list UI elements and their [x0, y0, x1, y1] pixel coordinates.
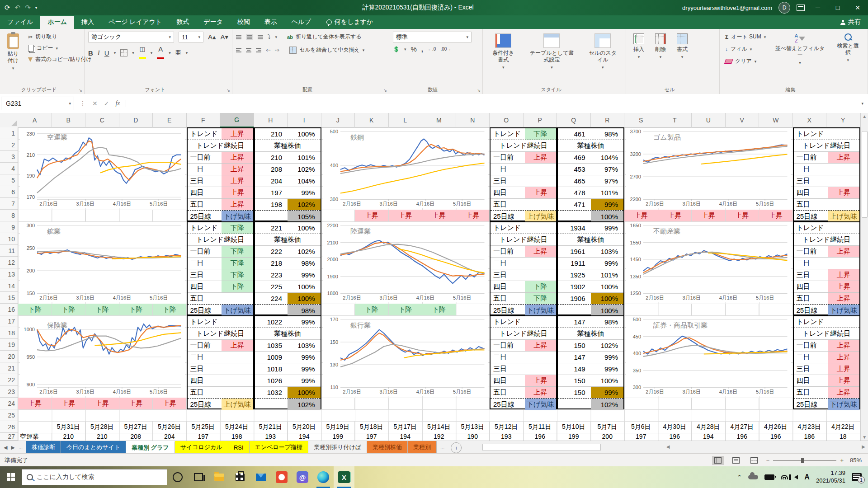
bottom-row-cell[interactable]: 194 [389, 433, 423, 441]
day-trend-value[interactable] [222, 387, 253, 398]
day-pct[interactable]: 100% [591, 281, 624, 292]
trend-strip-cell[interactable] [153, 210, 187, 221]
trend-strip-cell[interactable] [456, 304, 490, 315]
day-trend-value[interactable]: 上昇 [828, 152, 859, 163]
bottom-row-cell[interactable]: 204 [153, 433, 187, 441]
price-total[interactable]: 147 [558, 316, 591, 328]
borders-icon[interactable] [120, 49, 127, 56]
day-pct[interactable]: 103% [591, 246, 624, 257]
trend-table-銀行業[interactable]: トレンドトレンド継続日一日前上昇二日三日四日上昇五日上昇25日線下げ気味 [490, 315, 557, 409]
price-table-保険業[interactable]: 102299%業種株価1035103%100999%101899%102699%… [254, 315, 321, 409]
ribbon-tab-ページ レイアウト[interactable]: ページ レイアウト [101, 16, 169, 29]
column-header-D[interactable]: D [119, 113, 153, 127]
date-cell[interactable]: 5月17日 [389, 421, 423, 433]
date-cell[interactable]: 5月24日 [220, 421, 254, 433]
decrease-decimal-icon[interactable]: .00→ [440, 47, 451, 52]
day-trend-value[interactable]: 下降 [222, 269, 253, 281]
trend-label[interactable]: トレンド [794, 222, 828, 234]
price-total[interactable]: 1022 [255, 316, 288, 328]
day-pct[interactable]: 101% [591, 187, 624, 198]
close-button[interactable]: ✕ [851, 4, 864, 11]
trend-strip-cell[interactable]: 下降 [85, 304, 119, 315]
ribbon-display-options-icon[interactable] [797, 5, 805, 11]
action-center-icon[interactable]: 1 [852, 473, 862, 481]
trend-days-header[interactable]: トレンド継続日 [188, 234, 253, 245]
price-table-鉱業[interactable]: 221100%業種株価222102%21898%22399%225100%224… [254, 221, 321, 315]
chart-空運業[interactable]: 2302101901702月16日3月16日4月16日5月16日空運業 [20, 128, 185, 208]
font-dialog-launcher[interactable]: ↘ [226, 88, 230, 93]
zoom-out-icon[interactable]: − [766, 457, 770, 464]
day-trend-value[interactable]: 上昇 [525, 387, 557, 398]
day-pct[interactable]: 100% [591, 375, 624, 386]
trend-strip-cell[interactable]: 上昇 [18, 398, 52, 409]
new-sheet-button[interactable]: + [451, 442, 462, 453]
price-header[interactable]: 業種株価 [558, 234, 623, 245]
ma-label[interactable]: 25日線 [188, 305, 222, 316]
number-dialog-launcher[interactable]: ↘ [477, 88, 481, 93]
ma-label[interactable]: 25日線 [188, 211, 222, 222]
trend-strip-cell[interactable] [692, 304, 726, 315]
day-trend-value[interactable] [525, 363, 557, 375]
trend-strip-cell[interactable]: 上昇 [119, 398, 153, 409]
row-header-22[interactable]: 22 [0, 374, 18, 386]
ribbon-tab-ヘルプ[interactable]: ヘルプ [284, 16, 318, 29]
day-price[interactable]: 453 [558, 164, 591, 175]
day-label[interactable]: 二日 [794, 258, 828, 269]
column-header-U[interactable]: U [692, 113, 726, 127]
font-size-select[interactable]: 11▾ [179, 32, 203, 42]
day-pct[interactable]: 99% [591, 363, 624, 375]
day-trend-value[interactable]: 上昇 [222, 340, 253, 351]
speaker-icon[interactable] [794, 475, 798, 479]
day-price[interactable]: 1906 [558, 293, 591, 304]
day-label[interactable]: 五日 [794, 199, 828, 210]
day-trend-value[interactable]: 上昇 [222, 199, 253, 210]
day-price[interactable]: 223 [255, 269, 288, 281]
people-app-icon[interactable] [271, 466, 292, 488]
day-label[interactable]: 三日 [794, 269, 828, 281]
column-header-T[interactable]: T [658, 113, 692, 127]
file-explorer-icon[interactable] [209, 466, 230, 488]
trend-strip-cell[interactable]: 下降 [52, 304, 86, 315]
page-layout-view-button[interactable] [730, 456, 742, 465]
day-trend-value[interactable]: 上昇 [222, 164, 253, 175]
row-header-21[interactable]: 21 [0, 362, 18, 374]
row-header-24[interactable]: 24 [0, 398, 18, 409]
day-trend-value[interactable]: 上昇 [525, 187, 557, 198]
trend-value[interactable] [828, 222, 859, 234]
pct-total[interactable]: 100% [288, 222, 321, 234]
date-cell[interactable]: 4月30日 [658, 421, 692, 433]
bottom-row-cell[interactable]: 186 [793, 433, 827, 441]
price-total[interactable]: 461 [558, 128, 591, 140]
ma-value[interactable]: 下げ気味 [828, 305, 859, 316]
tell-me-box[interactable]: 何をしますか [326, 18, 373, 29]
day-label[interactable]: 四日 [794, 281, 828, 292]
day-trend-value[interactable]: 上昇 [828, 187, 859, 198]
trend-table-鉱業[interactable]: トレンド下降トレンド継続日一日前下降二日下降三日下降四日下降五日25日線下げ気味 [187, 221, 254, 315]
day-trend-value[interactable]: 上昇 [828, 387, 859, 398]
day-label[interactable]: 三日 [188, 363, 222, 375]
trend-value[interactable] [525, 222, 557, 234]
column-header-E[interactable]: E [153, 113, 187, 127]
day-price[interactable]: 204 [255, 175, 288, 187]
account-email[interactable]: dryyourtearswithlove1@gmail.com [682, 5, 772, 11]
day-label[interactable]: 二日 [491, 164, 525, 175]
date-cell[interactable]: 5月27日 [119, 421, 153, 433]
trend-table-鉄鋼[interactable]: トレンド下降トレンド継続日一日前上昇二日三日四日上昇五日25日線上げ気味 [490, 127, 557, 221]
font-color-button[interactable]: A [157, 45, 164, 61]
italic-button[interactable]: I [98, 49, 100, 57]
price-header[interactable]: 業種株価 [255, 140, 321, 151]
ma-pct[interactable]: 100% [591, 211, 624, 222]
day-label[interactable]: 四日 [188, 187, 222, 198]
sheet-tab-株価診断[interactable]: 株価診断 [26, 441, 61, 454]
microsoft-store-icon[interactable] [230, 466, 250, 488]
horizontal-scrollbar[interactable]: ◀ ▶ [469, 443, 866, 452]
day-pct[interactable]: 99% [288, 363, 321, 375]
column-header-I[interactable]: I [288, 113, 321, 127]
bottom-row-cell[interactable]: 197 [187, 433, 221, 441]
comma-icon[interactable]: , [421, 45, 423, 53]
trend-strip-cell[interactable]: 下降 [355, 304, 389, 315]
day-price[interactable]: 465 [558, 175, 591, 187]
day-label[interactable]: 一日前 [188, 340, 222, 351]
sheet-tab-サイコロジカル[interactable]: サイコロジカル [175, 441, 228, 454]
ribbon-tab-挿入[interactable]: 挿入 [74, 16, 101, 29]
